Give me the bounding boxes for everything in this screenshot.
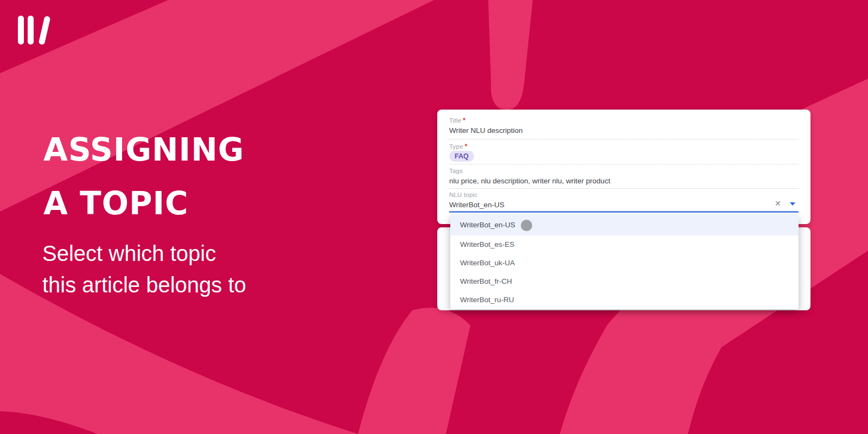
page-subtitle-line1: Select which topic xyxy=(42,238,246,269)
chevron-down-icon[interactable] xyxy=(790,202,795,206)
article-form-card: Title* Writer NLU description Type* FAQ … xyxy=(437,110,810,224)
page: ASSIGNING A TOPIC Select which topic thi… xyxy=(0,0,868,434)
type-label-text: Type xyxy=(449,143,463,150)
clear-icon[interactable]: ✕ xyxy=(775,199,781,208)
required-asterisk: * xyxy=(463,117,465,124)
dropdown-option[interactable]: WriterBot_uk-UA xyxy=(450,254,799,272)
cursor-click-indicator xyxy=(521,220,532,231)
dropdown-option-label: WriterBot_en-US xyxy=(460,215,515,235)
focused-field-underline xyxy=(449,211,799,213)
nlu-topic-field-value[interactable]: WriterBot_en-US xyxy=(449,201,505,209)
type-chip[interactable]: FAQ xyxy=(449,151,474,162)
tags-field-value[interactable]: nlu price, nlu description, writer nlu, … xyxy=(449,177,610,185)
page-title-line1: ASSIGNING xyxy=(43,123,244,177)
title-label-text: Title xyxy=(449,117,461,124)
tags-label-text: Tags xyxy=(449,168,463,174)
title-field-label: Title* xyxy=(449,117,465,124)
type-field-label: Type* xyxy=(449,143,468,150)
logo-bar-icon xyxy=(18,16,24,44)
dropdown-option[interactable]: WriterBot_en-US xyxy=(450,215,799,235)
nlu-topic-dropdown: WriterBot_en-US WriterBot_es-ES WriterBo… xyxy=(450,215,799,309)
required-asterisk: * xyxy=(465,143,468,150)
page-subtitle: Select which topic this article belongs … xyxy=(42,238,246,301)
dropdown-option[interactable]: WriterBot_es-ES xyxy=(450,235,799,254)
three-bars-logo xyxy=(18,16,45,44)
field-divider xyxy=(449,164,799,164)
dropdown-option[interactable]: WriterBot_ru-RU xyxy=(450,291,799,309)
tags-field-label: Tags xyxy=(449,168,463,174)
nlu-topic-field-label: NLU topic xyxy=(449,192,477,198)
logo-bar-icon xyxy=(28,16,34,44)
title-field-value[interactable]: Writer NLU description xyxy=(449,126,523,135)
dropdown-option[interactable]: WriterBot_fr-CH xyxy=(450,272,799,291)
field-divider xyxy=(449,188,799,189)
page-title-line2: A TOPIC xyxy=(43,177,244,231)
page-title: ASSIGNING A TOPIC xyxy=(43,123,244,231)
field-divider xyxy=(449,139,799,139)
nlu-topic-label-text: NLU topic xyxy=(449,192,477,198)
page-subtitle-line2: this article belongs to xyxy=(42,269,246,301)
